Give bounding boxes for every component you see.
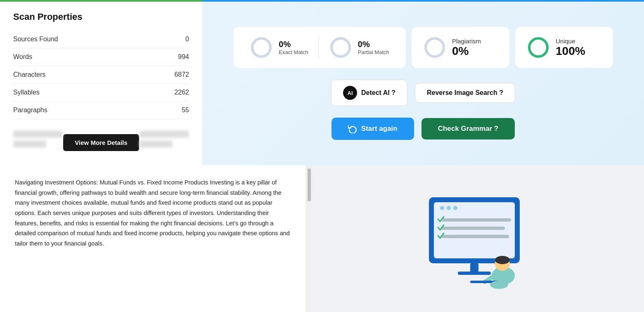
document-text: Navigating Investment Options: Mutual Fu… [15,177,291,248]
syllables-label: Syllables [13,89,40,96]
svg-point-0 [252,38,270,57]
svg-point-6 [453,206,457,210]
blurred-value-2 [140,140,173,148]
partial-match-label: Partial Match [358,49,389,55]
detect-ai-label: Detect AI ? [361,89,395,97]
plagiarism-pct: 0% [452,45,481,58]
action-buttons-row: AI Detect AI ? Reverse Image Search ? [331,80,515,106]
paragraphs-value: 55 [182,106,189,114]
sources-found-row: Sources Found 0 [13,31,189,48]
match-stats-card: 0% Exact Match 0% Partial Match [233,27,406,68]
unique-pct: 100% [556,45,585,58]
sources-found-value: 0 [185,35,189,43]
text-content-area: Navigating Investment Options: Mutual Fu… [0,165,305,312]
partial-match-circle [329,36,352,59]
text-paragraph-1: Navigating Investment Options: Mutual Fu… [15,177,291,248]
blurred-label-1 [13,130,63,138]
svg-point-4 [440,206,444,210]
start-again-button[interactable]: Start again [331,118,414,140]
plagiarism-circle [423,36,446,59]
blurred-value-1 [13,140,46,148]
partial-match-pct: 0% [358,40,389,49]
refresh-icon [348,124,357,133]
sources-found-label: Sources Found [13,35,58,43]
unique-circle [527,36,550,59]
characters-value: 6872 [174,71,189,78]
ai-icon: AI [343,86,357,100]
scrollbar[interactable] [305,165,313,312]
words-label: Words [13,53,32,61]
exact-match-label: Exact Match [279,49,308,55]
syllables-row: Syllables 2262 [13,84,189,102]
characters-label: Characters [13,71,45,78]
illustration-svg [412,181,545,296]
plagiarism-card: Plagiarism 0% [412,27,509,68]
screen-inner [434,202,515,258]
svg-point-16 [490,281,508,289]
svg-point-3 [529,38,547,57]
results-panel: 0% Exact Match 0% Partial Match [202,0,644,165]
reverse-image-search-button[interactable]: Reverse Image Search ? [415,83,515,103]
characters-row: Characters 6872 [13,66,189,84]
svg-rect-10 [470,263,478,272]
svg-point-1 [331,38,350,57]
scan-properties-panel: Scan Properties Sources Found 0 Words 99… [0,0,202,165]
exact-match-stat: 0% Exact Match [250,36,308,59]
svg-point-14 [495,256,510,264]
scan-properties-title: Scan Properties [13,12,189,22]
stat-divider-1 [318,37,319,58]
syllables-value: 2262 [174,89,189,96]
scrollbar-thumb[interactable] [308,168,311,201]
svg-point-2 [426,38,444,57]
illustration-area [313,165,644,312]
words-row: Words 994 [13,48,189,66]
check-grammar-button[interactable]: Check Grammar ? [421,118,515,139]
partial-match-stat: 0% Partial Match [329,36,389,59]
svg-rect-11 [458,272,491,275]
plagiarism-label: Plagiarism [452,38,481,45]
exact-match-circle [250,36,273,59]
bottom-buttons-row: Start again Check Grammar ? [331,118,515,140]
unique-card: Unique 100% [515,27,613,68]
bottom-section: Navigating Investment Options: Mutual Fu… [0,165,644,312]
stats-row: 0% Exact Match 0% Partial Match [233,27,613,68]
view-more-details-button[interactable]: View More Details [63,134,139,151]
blurred-stats-row: View More Details [13,127,189,151]
svg-point-5 [447,206,451,210]
paragraphs-row: Paragraphs 55 [13,102,189,119]
start-again-label: Start again [361,125,398,133]
blurred-label-2 [140,130,189,138]
unique-label: Unique [556,38,585,45]
exact-match-pct: 0% [279,40,308,49]
detect-ai-button[interactable]: AI Detect AI ? [331,80,407,106]
paragraphs-label: Paragraphs [13,106,47,114]
words-value: 994 [178,53,189,61]
